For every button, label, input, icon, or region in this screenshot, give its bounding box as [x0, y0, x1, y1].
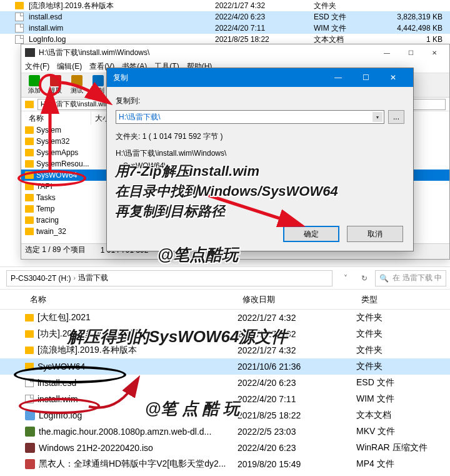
dropdown-icon[interactable]: ˅ [338, 271, 354, 286]
file-icon [15, 35, 24, 44]
breadcrumb[interactable]: P-CS3040-2T (H:) › 迅雷下载 [6, 270, 332, 286]
folder-icon [25, 205, 34, 213]
dialog-close-button[interactable]: ✕ [379, 68, 407, 87]
folder-icon [25, 194, 34, 201]
file-row[interactable]: [大红包].2021 2022/1/27 4:32 文件夹 [0, 310, 450, 326]
file-name: install.esd [29, 13, 210, 21]
file-row[interactable]: install.esd 2022/4/20 6:23 ESD 文件 3,828,… [0, 11, 450, 23]
col-date[interactable]: 修改日期 [238, 294, 356, 305]
refresh-icon[interactable]: ↻ [356, 271, 372, 286]
file-date: 2022/4/20 6:23 [238, 378, 356, 388]
copy-dialog: 复制 — ☐ ✕ 复制到: H:\迅雷下载\ ▾ ... 文件夹: 1 ( 1 … [106, 68, 414, 251]
folder-icon [25, 160, 34, 168]
explorer-file-list[interactable]: [大红包].2021 2022/1/27 4:32 文件夹[功夫].2004.多… [0, 310, 450, 472]
col-name[interactable]: 名称 [25, 111, 91, 124]
file-name: install.wim [29, 24, 210, 33]
background-file-list: [流浪地球].2019.各种版本 2022/1/27 4:32 文件夹 inst… [0, 0, 450, 41]
cancel-button[interactable]: 取消 [347, 226, 403, 242]
breadcrumb-drive[interactable]: P-CS3040-2T (H:) [11, 274, 71, 283]
item-name: System32 [36, 137, 99, 146]
file-row[interactable]: the.magic.hour.2008.1080p.amzn.web-dl.d.… [0, 423, 450, 440]
file-row[interactable]: install.esd 2022/4/20 6:23 ESD 文件 [0, 375, 450, 391]
menu-item[interactable]: 文件(F) [25, 61, 49, 72]
file-type: WIM 文件 [356, 393, 450, 405]
chevron-right-icon: › [73, 275, 75, 281]
minimize-button[interactable]: — [376, 46, 398, 59]
file-type: WIM 文件 [314, 23, 392, 34]
file-type: ESD 文件 [314, 12, 392, 23]
file-name: [流浪地球].2019.各种版本 [29, 1, 210, 11]
toolbar-add-button[interactable]: 添加 [25, 75, 44, 95]
breadcrumb-folder[interactable]: 迅雷下载 [78, 273, 108, 283]
ok-button[interactable]: 确定 [283, 226, 339, 242]
dialog-maximize-button[interactable]: ☐ [352, 68, 379, 87]
dialog-minimize-button[interactable]: — [324, 68, 352, 87]
folder-icon [25, 183, 34, 190]
file-row[interactable]: install.wim 2022/4/20 7:11 WIM 文件 [0, 391, 450, 407]
folder-icon [25, 314, 34, 322]
file-size: 3,828,319 KB [397, 13, 450, 21]
item-name: SystemResou... [36, 160, 99, 168]
copy-dialog-title: 复制 [113, 73, 128, 83]
search-placeholder: 在 迅雷下载 中 [392, 273, 442, 283]
ext-icon [50, 75, 61, 86]
copy-icon [92, 75, 104, 86]
item-name: twain_32 [36, 227, 99, 236]
item-name: SysWOW64 [36, 171, 99, 180]
file-name: install.wim [38, 394, 78, 404]
search-box[interactable]: 🔍 在 迅雷下载 中 [375, 270, 446, 286]
item-name: TAPI [36, 182, 99, 191]
item-name: Tasks [36, 193, 99, 202]
file-type: 文件夹 [356, 328, 450, 340]
log-icon [25, 410, 35, 420]
file-icon [25, 378, 34, 387]
item-name: Temp [36, 205, 99, 213]
mkv-icon [25, 427, 35, 437]
combo-arrow-icon[interactable]: ▾ [372, 112, 382, 122]
file-icon [15, 13, 24, 21]
file-row[interactable]: [流浪地球].2019.各种版本 2022/1/27 4:32 文件夹 [0, 342, 450, 358]
copy-to-label: 复制到: [116, 96, 404, 106]
file-size: 4,442,498 KB [397, 24, 450, 33]
file-name: [流浪地球].2019.各种版本 [38, 345, 137, 356]
file-name: install.esd [38, 378, 76, 388]
file-row[interactable]: install.wim 2022/4/20 7:11 WIM 文件 4,442,… [0, 23, 450, 34]
file-date: 2021/8/25 18:22 [215, 35, 309, 44]
menu-item[interactable]: 编辑(E) [57, 61, 82, 72]
sevenzip-title: H:\迅雷下载\install.wim\Windows\ [39, 48, 149, 58]
browse-button[interactable]: ... [388, 110, 404, 124]
file-name: SysWOW64 [38, 362, 85, 372]
toolbar-ext-button[interactable]: 提取 [46, 75, 65, 95]
close-button[interactable]: ✕ [423, 46, 446, 59]
file-name: the.magic.hour.2008.1080p.amzn.web-dl.d.… [39, 427, 211, 437]
file-row[interactable]: 黑衣人：全球通缉HD韩版中字V2[电影天堂dy2... 2019/8/20 15… [0, 456, 450, 472]
col-type[interactable]: 类型 [356, 294, 450, 305]
mp4-icon [25, 459, 35, 469]
file-row[interactable]: Windows 21H2-20220420.iso 2022/4/20 6:23… [0, 440, 450, 456]
file-type: MP4 文件 [356, 458, 450, 470]
file-row[interactable]: [功夫].2004.多版本.国粤语 2022/1/27 4:32 文件夹 [0, 326, 450, 342]
toolbar-test-button[interactable]: 测试 [68, 75, 86, 95]
source-path-1: H:\迅雷下载\install.wim\Windows\ [116, 148, 404, 159]
file-date: 2022/4/20 7:11 [215, 24, 309, 33]
search-icon: 🔍 [379, 274, 389, 283]
file-name: Windows 21H2-20220420.iso [39, 443, 153, 453]
explorer-window: P-CS3040-2T (H:) › 迅雷下载 ˅ ↻ 🔍 在 迅雷下载 中 名… [0, 266, 450, 476]
sevenzip-titlebar[interactable]: H:\迅雷下载\install.wim\Windows\ — ☐ ✕ [21, 44, 449, 61]
destination-combo[interactable]: H:\迅雷下载\ ▾ [116, 110, 384, 124]
file-date: 2022/1/27 4:32 [238, 345, 356, 355]
files-info: 文件夹: 1 ( 1 014 791 592 字节 ) [116, 131, 404, 142]
file-type: ESD 文件 [356, 377, 450, 388]
col-name[interactable]: 名称 [25, 294, 238, 305]
folder-icon [25, 330, 34, 338]
file-row[interactable]: LogInfo.log 2021/8/25 18:22 文本文档 [0, 407, 450, 423]
copy-dialog-titlebar[interactable]: 复制 — ☐ ✕ [107, 68, 413, 87]
sevenzip-icon [25, 48, 35, 57]
file-date: 2022/4/20 7:11 [238, 394, 356, 404]
file-row[interactable]: [流浪地球].2019.各种版本 2022/1/27 4:32 文件夹 [0, 0, 450, 11]
maximize-button[interactable]: ☐ [399, 46, 422, 59]
toolbar-copy-button[interactable]: 复制 [89, 75, 108, 95]
file-row[interactable]: SysWOW64 2021/10/6 21:36 文件夹 [0, 358, 450, 375]
add-icon [29, 75, 40, 86]
item-name: tracing [36, 216, 99, 225]
